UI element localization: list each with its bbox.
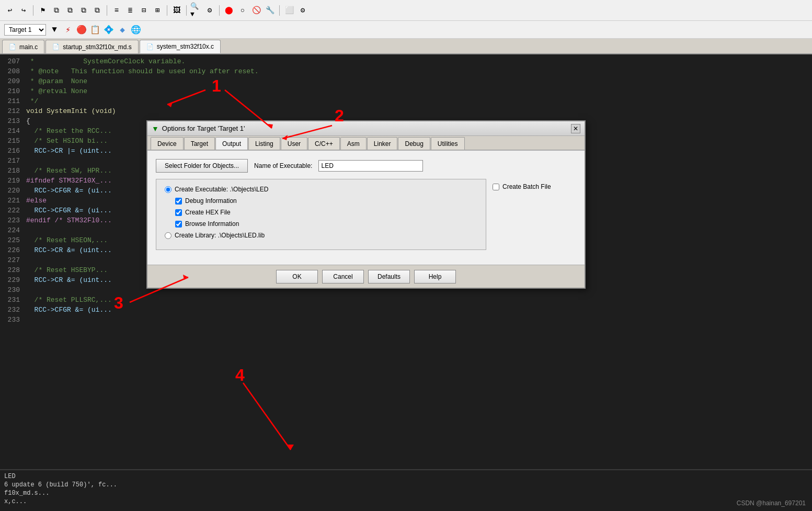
create-hex-label: Create HEX File — [185, 209, 231, 216]
ok-button[interactable]: OK — [276, 270, 318, 283]
dialog-tab-cpp[interactable]: C/C++ — [308, 137, 340, 150]
create-exe-radio[interactable] — [165, 186, 171, 193]
flag-icon[interactable]: ⚑ — [37, 5, 49, 16]
folder-exe-row: Select Folder for Objects... Name of Exe… — [156, 159, 576, 173]
copy-icon[interactable]: ⧉ — [51, 5, 62, 16]
options-dialog: ▼ Options for Target 'Target 1' ✕ Device… — [146, 120, 586, 289]
defaults-button[interactable]: Defaults — [368, 270, 410, 283]
sep5 — [219, 5, 220, 16]
gear2-icon[interactable]: ⚙ — [204, 5, 215, 16]
sep4 — [186, 5, 187, 16]
list1-icon[interactable]: ≡ — [111, 5, 122, 16]
code-line: 233 — [0, 315, 812, 325]
settings-icon[interactable]: ⚙ — [297, 5, 308, 16]
dialog-tab-linker[interactable]: Linker — [367, 137, 398, 150]
tool-icon[interactable]: 🔧 — [264, 5, 276, 16]
exe-name-input[interactable] — [318, 160, 423, 172]
redo-icon[interactable]: ↪ — [18, 5, 29, 16]
list2-icon[interactable]: ≣ — [124, 5, 136, 16]
target-globe-icon[interactable]: 🌐 — [131, 25, 141, 35]
cancel-button[interactable]: Cancel — [322, 270, 364, 283]
view-icon[interactable]: ⬜ — [283, 5, 295, 16]
target-copy-icon[interactable]: 📋 — [90, 25, 100, 35]
list3-icon[interactable]: ⊟ — [138, 5, 150, 16]
tab-label-main: main.c — [19, 43, 38, 51]
create-batch-row: Create Batch File — [493, 183, 576, 190]
debug-info-checkbox[interactable] — [175, 198, 182, 205]
code-line: 231 /* Reset PLLSRC,... — [0, 295, 812, 305]
dropdown-icon[interactable]: ▼ — [49, 25, 60, 35]
dialog-tab-output[interactable]: Output — [215, 137, 248, 150]
dialog-title: Options for Target 'Target 1' — [162, 124, 568, 132]
bottom-line: x,c... — [4, 497, 808, 506]
create-exe-label: Create Executable: .\Objects\LED — [175, 186, 268, 193]
dialog-tab-device[interactable]: Device — [151, 137, 184, 150]
dialog-tab-target[interactable]: Target — [184, 137, 215, 150]
image-icon[interactable]: 🖼 — [171, 5, 182, 16]
code-line: 212void SystemInit (void) — [0, 106, 812, 116]
dialog-tab-debug[interactable]: Debug — [398, 137, 430, 150]
dialog-tab-asm[interactable]: Asm — [340, 137, 367, 150]
target-select[interactable]: Target 1 — [4, 24, 46, 36]
csdn-watermark: CSDN @hainan_697201 — [737, 499, 806, 507]
sep6 — [279, 5, 280, 16]
tab-system[interactable]: 📄 system_stm32f10x.c — [140, 40, 221, 53]
create-lib-row: Create Library: .\Objects\LED.lib — [165, 232, 477, 239]
create-lib-radio[interactable] — [165, 232, 171, 239]
create-lib-label: Create Library: .\Objects\LED.lib — [175, 232, 265, 239]
browse-info-checkbox[interactable] — [175, 221, 182, 228]
browse-info-label: Browse Information — [185, 220, 239, 228]
bottom-line: 6 update 6 (build 750)', fc... — [4, 481, 808, 489]
bottom-line: LED — [4, 472, 808, 481]
batch-file-area: Create Batch File — [493, 179, 576, 256]
exe-name-label: Name of Executable: — [254, 162, 312, 169]
debug-info-label: Debug Information — [185, 197, 237, 205]
tab-main-c[interactable]: 📄 main.c — [2, 40, 44, 53]
tab-icon-startup: 📄 — [52, 43, 60, 50]
create-hex-checkbox[interactable] — [175, 209, 182, 216]
lightning-icon[interactable]: ⚡ — [63, 25, 73, 35]
tab-label-startup: startup_stm32f10x_md.s — [63, 43, 131, 51]
code-line: 211 */ — [0, 96, 812, 106]
dialog-titlebar: ▼ Options for Target 'Target 1' ✕ — [147, 121, 585, 136]
debug-info-row: Debug Information — [165, 197, 477, 205]
create-exe-row: Create Executable: .\Objects\LED — [165, 186, 477, 193]
output-options-box: Create Executable: .\Objects\LED Debug I… — [156, 179, 486, 250]
sep1 — [33, 5, 33, 16]
select-folder-button[interactable]: Select Folder for Objects... — [156, 159, 248, 173]
dialog-tab-utilities[interactable]: Utilities — [431, 137, 465, 150]
cancel2-icon[interactable]: 🚫 — [250, 5, 262, 16]
dialog-tab-user[interactable]: User — [281, 137, 307, 150]
code-line: 208 * @note This function should be used… — [0, 66, 812, 76]
help-button[interactable]: Help — [414, 270, 456, 283]
format-icon[interactable]: ⧉ — [92, 5, 103, 16]
bottom-panel: LED6 update 6 (build 750)', fc...f10x_md… — [0, 469, 812, 511]
list4-icon[interactable]: ⊞ — [152, 5, 163, 16]
code-line: 232 RCC->CFGR &= (ui... — [0, 305, 812, 315]
sep2 — [107, 5, 107, 16]
bottom-line: f10x_md.s... — [4, 489, 808, 497]
create-batch-checkbox[interactable] — [493, 184, 499, 190]
red-dot-icon[interactable]: ⬤ — [223, 5, 235, 16]
search2-icon[interactable]: 🔍▼ — [190, 5, 202, 16]
undo-icon[interactable]: ↩ — [4, 5, 16, 16]
target-bar: Target 1 ▼ ⚡ 🔴 📋 💠 ◆ 🌐 — [0, 21, 812, 39]
browse-info-row: Browse Information — [165, 220, 477, 228]
target-diamond-icon[interactable]: ◆ — [117, 25, 128, 35]
target-build-icon[interactable]: 🔴 — [76, 25, 87, 35]
tabs-bar: 📄 main.c 📄 startup_stm32f10x_md.s 📄 syst… — [0, 39, 812, 54]
paste-icon[interactable]: ⧉ — [64, 5, 76, 16]
dialog-footer: OK Cancel Defaults Help — [147, 265, 585, 288]
create-batch-label: Create Batch File — [502, 183, 551, 190]
main-toolbar: ↩ ↪ ⚑ ⧉ ⧉ ⧉ ⧉ ≡ ≣ ⊟ ⊞ 🖼 🔍▼ ⚙ ⬤ ○ 🚫 🔧 ⬜ ⚙ — [0, 0, 812, 21]
code-line: 210 * @retval None — [0, 86, 812, 96]
dialog-body: Select Folder for Objects... Name of Exe… — [147, 151, 585, 265]
code-line: 207 * SystemCoreClock variable. — [0, 56, 812, 66]
cut-icon[interactable]: ⧉ — [78, 5, 89, 16]
target-green-icon[interactable]: 💠 — [104, 25, 114, 35]
circle-icon[interactable]: ○ — [237, 5, 248, 16]
create-hex-row: Create HEX File — [165, 209, 477, 216]
tab-startup[interactable]: 📄 startup_stm32f10x_md.s — [45, 40, 138, 53]
dialog-close-button[interactable]: ✕ — [571, 124, 580, 133]
dialog-tab-listing[interactable]: Listing — [248, 137, 280, 150]
